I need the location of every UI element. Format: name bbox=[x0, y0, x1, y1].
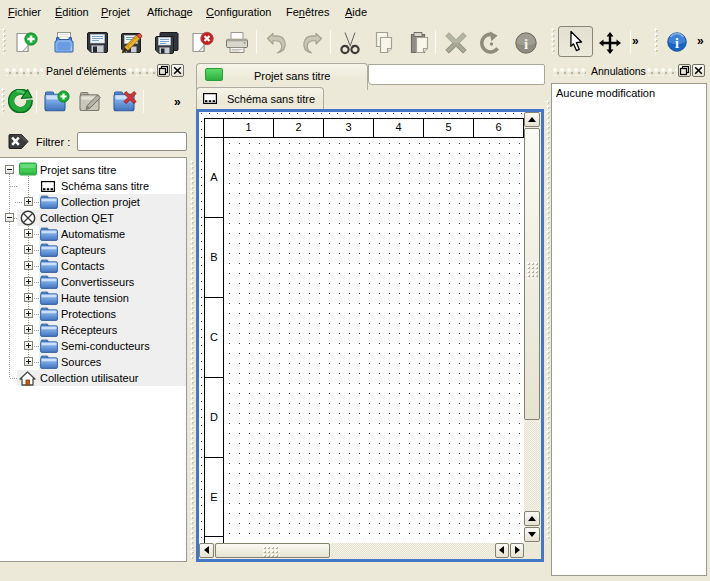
svg-text:i: i bbox=[675, 36, 679, 51]
svg-text:i: i bbox=[524, 36, 528, 52]
